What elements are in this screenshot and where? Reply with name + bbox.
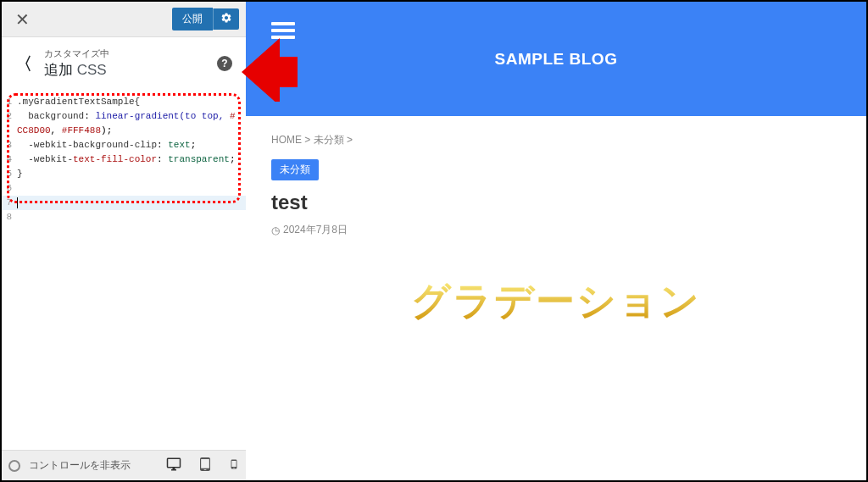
section-titles: カスタマイズ中 追加 CSS — [44, 47, 217, 80]
preview-content: HOME > 未分類 > 未分類 test ◷ 2024年7月8日 グラデーショ… — [246, 116, 866, 480]
help-icon[interactable]: ? — [217, 56, 232, 71]
clock-icon: ◷ — [271, 224, 280, 236]
publish-button[interactable]: 公開 — [172, 8, 213, 30]
breadcrumb-home[interactable]: HOME — [271, 134, 302, 146]
desktop-icon[interactable] — [166, 457, 181, 475]
section-name: 追加 CSS — [44, 60, 217, 80]
close-icon[interactable]: ✕ — [8, 6, 36, 33]
preview-pane: SAMPLE BLOG HOME > 未分類 > 未分類 test ◷ 2024… — [246, 2, 866, 480]
hide-controls-toggle[interactable] — [8, 460, 20, 472]
customizing-label: カスタマイズ中 — [44, 47, 217, 60]
publish-group: 公開 — [172, 8, 239, 30]
post-date: ◷ 2024年7月8日 — [271, 223, 841, 237]
gear-icon[interactable] — [213, 8, 239, 30]
blog-title[interactable]: SAMPLE BLOG — [495, 50, 618, 69]
annotation-arrow-icon — [242, 38, 301, 102]
breadcrumb-category[interactable]: 未分類 — [314, 134, 344, 146]
css-code-editor[interactable]: 1.myGradientTextSample{ 2 background: li… — [2, 90, 246, 450]
svg-marker-2 — [242, 38, 298, 102]
device-preview-icons — [166, 457, 239, 475]
customizer-sidebar: ✕ 公開 〈 カスタマイズ中 追加 CSS ? 1.myGradientText… — [2, 2, 246, 480]
gradient-sample-text: グラデーション — [271, 275, 841, 328]
sidebar-footer: コントロールを非表示 — [2, 450, 246, 480]
footer-label: コントロールを非表示 — [29, 458, 158, 473]
tablet-icon[interactable] — [198, 457, 212, 475]
site-header: SAMPLE BLOG — [246, 2, 866, 116]
sidebar-topbar: ✕ 公開 — [2, 2, 246, 37]
back-chevron-icon[interactable]: 〈 — [15, 53, 32, 75]
post-title: test — [271, 191, 841, 214]
category-tag[interactable]: 未分類 — [271, 159, 319, 180]
breadcrumb: HOME > 未分類 > — [271, 133, 841, 147]
mobile-icon[interactable] — [229, 457, 239, 475]
section-header: 〈 カスタマイズ中 追加 CSS ? — [2, 37, 246, 90]
